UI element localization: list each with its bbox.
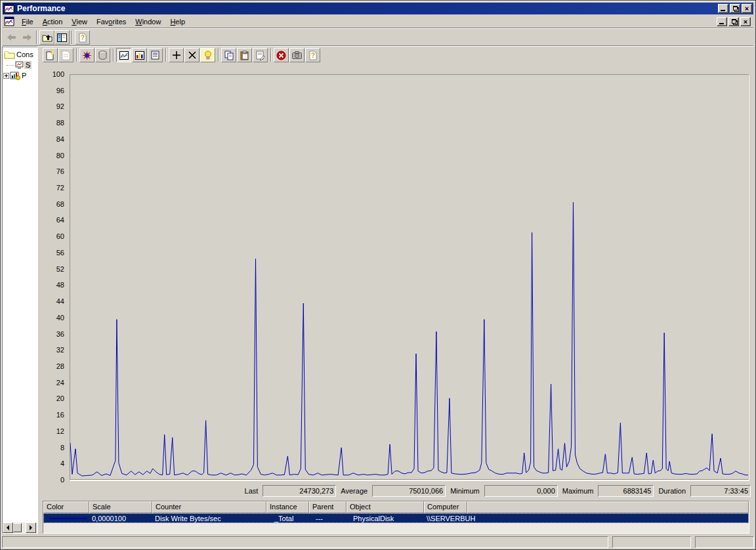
freeze-display-button[interactable] bbox=[274, 48, 289, 62]
counter-color-sample bbox=[49, 518, 87, 519]
y-axis-tick: 12 bbox=[43, 427, 64, 436]
console-document-icon bbox=[4, 16, 14, 27]
context-help-button[interactable]: ? bbox=[75, 30, 90, 45]
column-header-filler bbox=[467, 501, 749, 513]
help-button[interactable]: ? bbox=[305, 48, 320, 62]
performance-logs-icon bbox=[10, 71, 20, 80]
chart-plot-area bbox=[70, 74, 749, 480]
y-axis-tick: 52 bbox=[43, 264, 64, 274]
view-histogram-button[interactable] bbox=[132, 48, 147, 62]
maximum-value: 6883145 bbox=[598, 485, 654, 497]
svg-text:?: ? bbox=[311, 52, 315, 59]
add-counter-button[interactable] bbox=[169, 48, 184, 62]
duration-value: 7:33:45 bbox=[690, 485, 751, 497]
menu-favorites[interactable]: Favorites bbox=[92, 16, 131, 27]
status-panel-3 bbox=[695, 536, 754, 548]
column-header-object[interactable]: Object bbox=[346, 501, 424, 513]
highlight-icon bbox=[204, 51, 212, 60]
view-log-data-icon bbox=[98, 51, 107, 60]
counter-object-cell: PhysicalDisk bbox=[346, 515, 424, 522]
restore-button[interactable] bbox=[730, 4, 740, 13]
y-axis-tick: 68 bbox=[43, 200, 64, 209]
view-report-button[interactable] bbox=[148, 48, 163, 62]
view-current-activity-button[interactable] bbox=[79, 48, 94, 62]
y-axis-tick: 48 bbox=[43, 280, 64, 289]
highlight-button[interactable] bbox=[200, 48, 215, 62]
column-header-instance[interactable]: Instance bbox=[266, 501, 309, 513]
expand-icon[interactable] bbox=[3, 73, 9, 79]
y-axis-tick: 36 bbox=[43, 329, 64, 339]
system-monitor-toolbar: ? bbox=[43, 48, 321, 62]
view-log-data-button[interactable] bbox=[95, 48, 110, 62]
minimum-value: 0,000 bbox=[484, 485, 558, 497]
copy-properties-button[interactable] bbox=[221, 48, 236, 62]
clear-display-button[interactable] bbox=[58, 48, 74, 62]
scrollbar-thumb[interactable] bbox=[13, 523, 22, 532]
y-axis-tick: 28 bbox=[43, 362, 64, 371]
view-graph-button[interactable] bbox=[116, 48, 131, 62]
column-header-parent[interactable]: Parent bbox=[309, 501, 346, 513]
menu-bar: File Action View Favorites Window Help × bbox=[3, 15, 753, 28]
counter-row-selected[interactable]: 0,0000100 Disk Write Bytes/sec _Total --… bbox=[43, 513, 749, 523]
menu-action[interactable]: Action bbox=[38, 16, 68, 27]
back-button[interactable] bbox=[4, 30, 19, 45]
column-header-color[interactable]: Color bbox=[43, 501, 89, 513]
child-minimize-button[interactable] bbox=[717, 17, 727, 26]
view-current-activity-icon bbox=[82, 51, 92, 60]
copy-properties-icon bbox=[224, 51, 234, 60]
counter-instance-cell: _Total bbox=[266, 515, 309, 522]
column-header-computer[interactable]: Computer bbox=[424, 501, 467, 513]
pane-splitter[interactable] bbox=[38, 47, 42, 534]
close-button[interactable]: × bbox=[742, 4, 752, 13]
close-icon: × bbox=[744, 18, 747, 25]
view-histogram-icon bbox=[135, 51, 144, 60]
counter-name-cell: Disk Write Bytes/sec bbox=[152, 515, 266, 522]
delete-icon bbox=[188, 51, 197, 60]
update-data-button[interactable] bbox=[289, 48, 304, 62]
tree-horizontal-scrollbar[interactable] bbox=[3, 522, 37, 533]
forward-button[interactable] bbox=[19, 30, 34, 45]
maximum-label: Maximum bbox=[562, 487, 594, 495]
y-axis-tick: 84 bbox=[43, 135, 64, 144]
average-label: Average bbox=[341, 487, 368, 495]
y-axis-tick: 40 bbox=[43, 313, 64, 322]
tree-item-system-monitor[interactable]: S bbox=[3, 60, 37, 70]
last-label: Last bbox=[245, 487, 259, 495]
menu-file[interactable]: File bbox=[17, 16, 38, 27]
counter-scale-cell: 0,0000100 bbox=[89, 515, 152, 522]
tree-item-performance-logs[interactable]: P bbox=[3, 70, 37, 81]
menu-view[interactable]: View bbox=[67, 16, 92, 27]
new-counter-set-button[interactable] bbox=[43, 48, 58, 62]
menu-window[interactable]: Window bbox=[131, 16, 165, 27]
performance-app-icon bbox=[4, 3, 14, 14]
up-one-level-button[interactable] bbox=[39, 30, 54, 45]
duration-label: Duration bbox=[658, 487, 686, 495]
system-monitor-icon bbox=[14, 61, 24, 70]
scroll-left-button[interactable] bbox=[3, 522, 13, 533]
delete-button[interactable] bbox=[184, 48, 200, 62]
column-header-scale[interactable]: Scale bbox=[89, 501, 152, 513]
menu-help[interactable]: Help bbox=[165, 16, 190, 27]
paste-counter-list-button[interactable] bbox=[237, 48, 252, 62]
view-report-icon bbox=[151, 51, 159, 60]
show-hide-tree-button[interactable] bbox=[54, 30, 70, 45]
update-data-icon bbox=[292, 51, 302, 59]
child-restore-button[interactable] bbox=[728, 17, 739, 26]
minimize-button[interactable] bbox=[718, 4, 728, 13]
y-axis-tick: 16 bbox=[43, 410, 64, 419]
column-header-counter[interactable]: Counter bbox=[152, 501, 266, 513]
scroll-right-button[interactable] bbox=[26, 522, 36, 533]
properties-button[interactable] bbox=[253, 48, 268, 62]
value-bar: Last 24730,273 Average 75010,066 Minimum… bbox=[245, 484, 751, 497]
title-bar[interactable]: Performance × bbox=[3, 3, 753, 14]
add-counter-icon bbox=[172, 51, 181, 60]
help-icon: ? bbox=[78, 33, 87, 43]
y-axis-tick: 80 bbox=[43, 151, 64, 160]
y-axis-tick: 8 bbox=[43, 443, 64, 452]
tree-item-console-root[interactable]: Cons bbox=[3, 49, 37, 60]
minimum-label: Minimum bbox=[450, 487, 480, 495]
svg-text:?: ? bbox=[81, 34, 85, 41]
up-folder-icon bbox=[42, 33, 52, 42]
child-close-button[interactable]: × bbox=[740, 17, 751, 26]
freeze-display-icon bbox=[276, 51, 286, 60]
